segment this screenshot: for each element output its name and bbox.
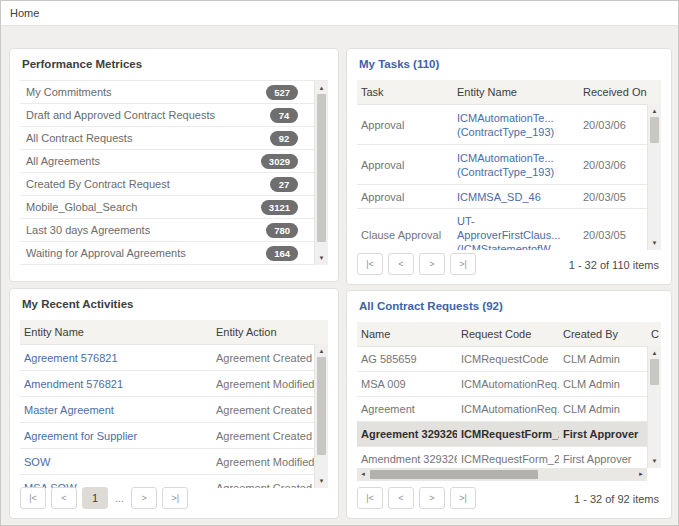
pagination: |< < > >| [357,487,481,509]
horizontal-scrollbar[interactable]: ◄ ► [357,468,647,481]
contract-requests-table: Name Request Code Created By C AG 585659… [357,322,661,468]
metric-row[interactable]: All Contract Requests 92 [20,127,328,150]
metric-label: Created By Contract Request [26,178,270,190]
name-cell: MSA 009 [357,374,457,394]
first-page-button[interactable]: |< [357,253,383,275]
panel-title-contract-requests[interactable]: All Contract Requests (92) [359,300,503,312]
entity-link[interactable]: (ContractType_193) [457,125,575,139]
last-page-button[interactable]: >| [450,253,476,275]
table-row[interactable]: Approval ICMAutomationTe... (ContractTyp… [357,105,661,145]
scroll-down-icon[interactable]: ▼ [315,252,328,264]
next-page-button[interactable]: > [419,253,445,275]
task-cell: Approval [357,187,453,207]
entity-link[interactable]: ICMAutomationTe... [457,111,575,125]
entity-link[interactable]: Agreement 576821 [24,352,118,364]
count-badge: 74 [270,108,298,123]
scrollbar-thumb[interactable] [650,359,659,385]
scroll-down-icon[interactable]: ▼ [648,237,661,249]
contract-requests-panel: All Contract Requests (92) Name Request … [346,290,672,519]
scrollbar-thumb[interactable] [317,94,326,242]
table-row[interactable]: AG 585659 ICMRequestCode CLM Admin [357,347,661,372]
entity-link[interactable]: ApproverFirstClaus... [457,228,575,242]
entity-link[interactable]: ICMMSA_SD_46 [457,190,575,204]
table-row[interactable]: Agreement for Supplier Agreement Created [20,423,328,449]
entity-link[interactable]: ICMAutomationTe... [457,151,575,165]
first-page-button[interactable]: |< [357,487,383,509]
table-row[interactable]: Clause Approval UT- ApproverFirstClaus..… [357,209,661,250]
request-code-cell: ICMAutomationReq... [457,399,559,419]
entity-action-cell: Agreement Modified [212,452,328,472]
metric-row[interactable]: Waiting for Approval Agreements 164 [20,242,328,265]
request-code-cell: ICMRequestCode [457,349,559,369]
scroll-up-icon[interactable]: ▲ [648,347,661,359]
scroll-up-icon[interactable]: ▲ [315,345,328,357]
vertical-scrollbar[interactable]: ▲ ▼ [647,104,661,250]
table-row[interactable]: SOW Agreement Modified [20,449,328,475]
next-page-button[interactable]: > [131,487,157,509]
count-badge: 3121 [261,200,298,215]
performance-metrics-panel: Performance Metrices My Commitments 527 … [9,48,339,282]
scrollbar-thumb[interactable] [317,357,326,455]
table-row-selected[interactable]: Agreement 329326 ICMRequestForm_28 First… [357,422,661,447]
metric-row[interactable]: My Commitments 527 [20,81,328,104]
next-page-button[interactable]: > [419,487,445,509]
entity-link[interactable]: SOW [24,456,50,468]
vertical-scrollbar[interactable]: ▲ ▼ [314,344,328,488]
recent-activities-table: Entity Name Entity Action Agreement 5768… [20,320,328,488]
entity-link[interactable]: Amendment 576821 [24,378,123,390]
scroll-left-icon[interactable]: ◄ [357,468,369,481]
table-row[interactable]: Approval ICMMSA_SD_46 20/03/05 [357,185,661,209]
prev-page-button[interactable]: < [51,487,77,509]
metric-label: All Contract Requests [26,132,270,144]
metric-row[interactable]: Mobile_Global_Search 3121 [20,196,328,219]
count-badge: 164 [266,246,298,261]
panel-title-my-tasks[interactable]: My Tasks (110) [359,58,439,70]
scroll-down-icon[interactable]: ▼ [648,455,661,467]
entity-action-cell: Agreement Created [212,426,328,446]
metric-row[interactable]: Last 30 days Agreements 780 [20,219,328,242]
last-page-button[interactable]: >| [450,487,476,509]
table-row[interactable]: Master Agreement Agreement Created [20,397,328,423]
scrollbar-thumb[interactable] [370,470,538,479]
pager-ellipsis: ... [115,492,124,504]
vertical-scrollbar[interactable]: ▲ ▼ [314,81,328,265]
table-header: Entity Name Entity Action [20,320,328,345]
metric-row[interactable]: Draft and Approved Contract Requests 74 [20,104,328,127]
page-number-button[interactable]: 1 [82,487,108,509]
name-cell: Agreement [357,399,457,419]
table-row[interactable]: Agreement ICMAutomationReq... CLM Admin [357,397,661,422]
entity-link[interactable]: Agreement for Supplier [24,430,137,442]
scroll-right-icon[interactable]: ► [635,468,647,481]
request-code-cell: ICMAutomationReq... [457,374,559,394]
breadcrumb-home[interactable]: Home [10,1,39,25]
entity-link[interactable]: (ContractType_193) [457,165,575,179]
metric-label: Waiting for Approval Agreements [26,247,266,259]
pagination: |< < > >| [357,253,481,275]
pagination: |< < 1 ... > >| [20,487,193,509]
last-page-button[interactable]: >| [162,487,188,509]
metric-row[interactable]: Created By Contract Request 27 [20,173,328,196]
table-row[interactable]: Amendment 329326 ICMRequestForm_20 First… [357,447,661,468]
metric-row[interactable]: All Agreements 3029 [20,150,328,173]
scroll-up-icon[interactable]: ▲ [648,105,661,117]
table-row[interactable]: Approval ICMAutomationTe... (ContractTyp… [357,145,661,185]
scroll-up-icon[interactable]: ▲ [315,82,328,94]
prev-page-button[interactable]: < [388,487,414,509]
prev-page-button[interactable]: < [388,253,414,275]
table-row[interactable]: MSA 009 ICMAutomationReq... CLM Admin [357,372,661,397]
entity-link[interactable]: Master Agreement [24,404,114,416]
table-row[interactable]: Agreement 576821 Agreement Created [20,345,328,371]
request-code-cell: ICMRequestForm_20 [457,449,559,468]
scrollbar-thumb[interactable] [650,117,659,143]
scroll-down-icon[interactable]: ▼ [315,475,328,487]
column-header-entity-name: Entity Name [453,86,579,98]
my-tasks-panel: My Tasks (110) Task Entity Name Received… [346,48,672,285]
table-row[interactable]: Amendment 576821 Agreement Modified [20,371,328,397]
first-page-button[interactable]: |< [20,487,46,509]
entity-name-cell: UT- ApproverFirstClaus... (ICMStatemento… [453,210,579,250]
entity-link[interactable]: UT- [457,214,575,228]
entity-link[interactable]: (ICMStatementofW... [457,242,575,250]
column-header-entity-name: Entity Name [20,326,212,338]
items-summary: 1 - 32 of 92 items [574,493,659,505]
vertical-scrollbar[interactable]: ▲ ▼ [647,346,661,468]
